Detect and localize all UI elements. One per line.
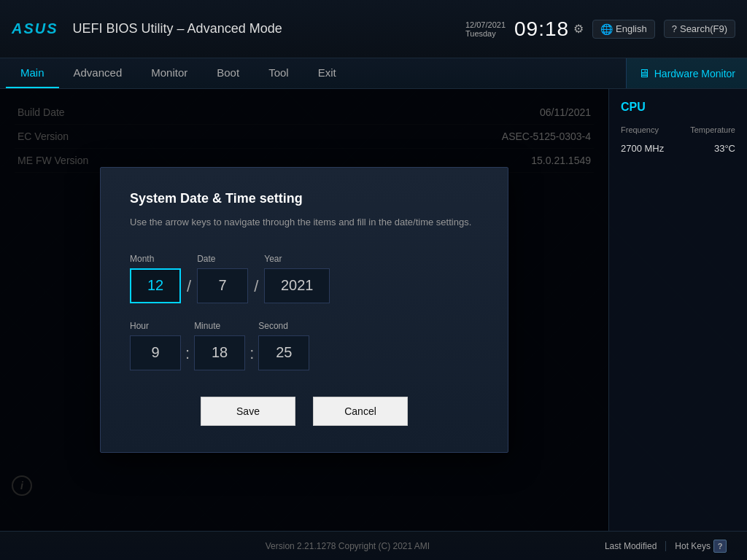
cpu-label: CPU [621,101,735,114]
nav-item-boot[interactable]: Boot [202,58,254,88]
modal-overlay: System Date & Time setting Use the arrow… [0,89,608,531]
date-time-block: 12/07/2021Tuesday [465,20,506,38]
footer: Version 2.21.1278 Copyright (C) 2021 AMI… [0,531,747,560]
header: ASUS UEFI BIOS Utility – Advanced Mode 1… [0,0,747,58]
save-button[interactable]: Save [201,397,295,426]
hot-keys-label: Hot Keys [675,541,711,551]
modal-description: Use the arrow keys to navigate through t… [130,215,479,230]
freq-value: 2700 MHz [621,143,664,154]
hardware-monitor-label: Hardware Monitor [654,68,735,79]
date-label: Date [197,254,248,264]
minute-label: Minute [194,321,245,331]
navigation-bar: Main Advanced Monitor Boot Tool Exit 🖥 H… [0,58,747,89]
year-label: Year [264,254,330,264]
modal-buttons: Save Cancel [130,397,479,426]
month-label: Month [130,254,181,264]
year-group: Year [264,254,330,303]
date-time-form: Month / Date / Year [130,254,479,370]
cpu-stat-values: 2700 MHz 33°C [621,143,735,154]
hour-input[interactable] [130,335,181,370]
globe-icon: 🌐 [600,23,613,35]
temp-value: 33°C [714,143,735,154]
modal-title: System Date & Time setting [130,191,479,206]
hot-keys-button[interactable]: Hot Keys ? [666,540,735,553]
time-sep-1: : [181,344,194,370]
right-panel: CPU Frequency Temperature 2700 MHz 33°C [608,89,747,531]
nav-item-advanced[interactable]: Advanced [59,58,137,88]
header-controls: 12/07/2021Tuesday 09:18 ⚙ 🌐 English ? Se… [465,18,735,41]
main-content: Build Date 06/11/2021 EC Version ASEC-51… [0,89,747,531]
nav-item-monitor[interactable]: Monitor [136,58,202,88]
language-label: English [616,23,647,34]
date-display: 12/07/2021Tuesday [465,20,506,38]
year-input[interactable] [264,268,330,303]
minute-group: Minute [194,321,245,370]
freq-header: Frequency [621,125,659,134]
temp-header: Temperature [690,125,735,134]
search-button[interactable]: ? Search(F9) [664,20,735,38]
search-label: Search(F9) [680,23,727,34]
help-icon: ? [713,540,727,553]
second-input[interactable] [258,335,309,370]
asus-brand: ASUS [12,20,58,37]
search-icon: ? [672,23,677,34]
hardware-monitor-tab[interactable]: 🖥 Hardware Monitor [626,58,747,88]
time-block: 09:18 ⚙ [514,18,584,41]
second-label: Second [258,321,309,331]
language-button[interactable]: 🌐 English [592,20,655,39]
left-panel: Build Date 06/11/2021 EC Version ASEC-51… [0,89,608,531]
date-sep-2: / [248,277,264,303]
asus-logo: ASUS [12,20,58,37]
hour-group: Hour [130,321,181,370]
nav-item-exit[interactable]: Exit [303,58,351,88]
time-row: Hour : Minute : Second [130,321,479,370]
bios-title: UEFI BIOS Utility – Advanced Mode [73,21,282,36]
footer-version: Version 2.21.1278 Copyright (C) 2021 AMI [99,541,596,551]
time-sep-2: : [245,344,258,370]
cpu-stat-header: Frequency Temperature [621,125,735,134]
last-modified-button[interactable]: Last Modified [596,541,666,551]
settings-icon[interactable]: ⚙ [573,22,584,36]
cpu-stats: Frequency Temperature 2700 MHz 33°C [621,125,735,154]
date-group: Date [197,254,248,303]
datetime-modal: System Date & Time setting Use the arrow… [100,167,508,453]
footer-right: Last Modified Hot Keys ? [596,540,735,553]
nav-item-main[interactable]: Main [6,58,59,88]
minute-input[interactable] [194,335,245,370]
nav-item-tool[interactable]: Tool [254,58,303,88]
date-input[interactable] [197,268,248,303]
month-input[interactable] [130,268,181,303]
hour-label: Hour [130,321,181,331]
month-group: Month [130,254,181,303]
cancel-button[interactable]: Cancel [313,397,408,426]
date-sep-1: / [181,277,197,303]
date-row: Month / Date / Year [130,254,479,303]
monitor-icon: 🖥 [638,67,650,80]
second-group: Second [258,321,309,370]
time-display: 09:18 [514,18,569,41]
